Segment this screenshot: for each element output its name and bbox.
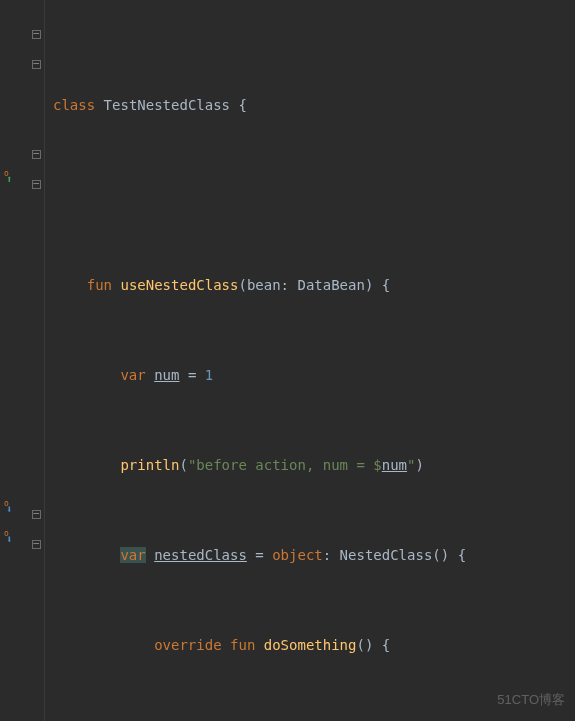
- watermark: 51CTO博客: [497, 685, 565, 715]
- code-line[interactable]: fun useNestedClass(bean: DataBean) {: [49, 270, 500, 300]
- fold-marker[interactable]: [32, 180, 41, 189]
- override-up-icon[interactable]: ⬆o: [6, 165, 13, 195]
- code-line[interactable]: var nestedClass = object: NestedClass() …: [49, 540, 500, 570]
- editor-gutter: ⬆o ⬇o ⬇o: [0, 0, 45, 721]
- fold-marker[interactable]: [32, 510, 41, 519]
- fold-marker[interactable]: [32, 150, 41, 159]
- fold-marker[interactable]: [32, 60, 41, 69]
- fold-marker[interactable]: [32, 30, 41, 39]
- code-line[interactable]: [49, 180, 500, 210]
- fold-marker[interactable]: [32, 540, 41, 549]
- code-area[interactable]: class TestNestedClass { fun useNestedCla…: [45, 0, 500, 721]
- override-down-icon[interactable]: ⬇o: [6, 525, 13, 555]
- code-line[interactable]: class TestNestedClass {: [49, 90, 500, 120]
- code-line[interactable]: var num = 1: [49, 360, 500, 390]
- code-line[interactable]: override fun doSomething() {: [49, 630, 500, 660]
- code-line[interactable]: println("before action, num = $num"): [49, 450, 500, 480]
- code-editor[interactable]: ⬆o ⬇o ⬇o class TestNestedClass { fun use…: [0, 0, 575, 721]
